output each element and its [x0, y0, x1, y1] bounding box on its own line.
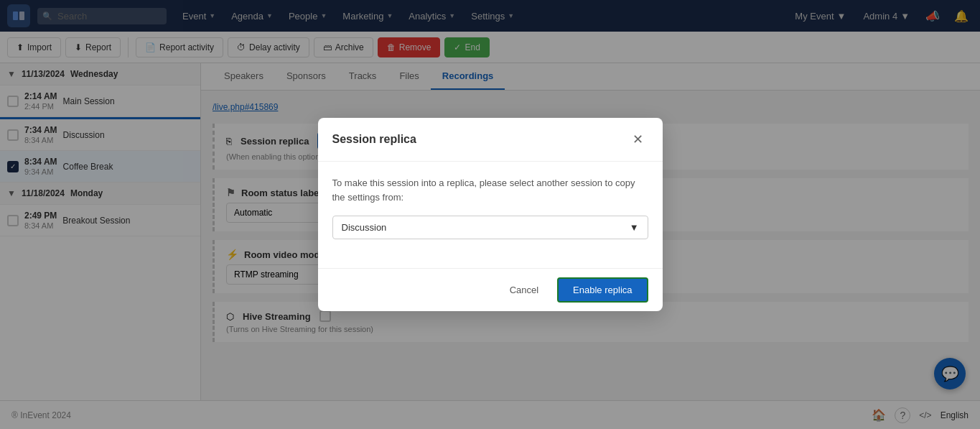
- modal-session-select[interactable]: Discussion ▼: [332, 216, 648, 239]
- modal-title: Session replica: [332, 133, 416, 146]
- modal-close-button[interactable]: ✕: [628, 129, 648, 149]
- chevron-down-icon: ▼: [630, 222, 639, 233]
- modal-body: To make this session into a replica, ple…: [318, 162, 663, 268]
- modal-header: Session replica ✕: [318, 118, 663, 162]
- session-replica-modal: Session replica ✕ To make this session i…: [318, 118, 663, 311]
- enable-replica-modal-button[interactable]: Enable replica: [557, 277, 648, 303]
- modal-overlay: Session replica ✕ To make this session i…: [0, 0, 980, 429]
- modal-footer: Cancel Enable replica: [318, 268, 663, 311]
- cancel-button[interactable]: Cancel: [498, 279, 550, 301]
- modal-description: To make this session into a replica, ple…: [332, 176, 648, 204]
